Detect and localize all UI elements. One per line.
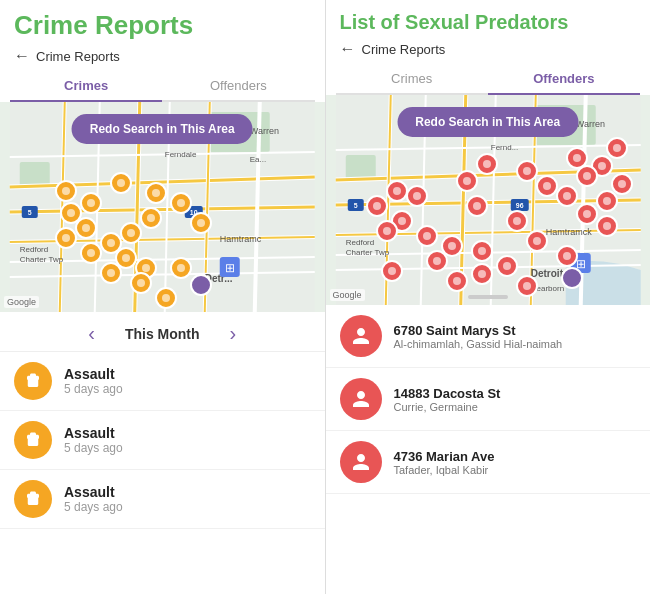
crime-info-0: Assault 5 days ago xyxy=(64,366,123,396)
offender-icon-0 xyxy=(340,315,382,357)
left-google-label: Google xyxy=(4,296,39,308)
left-app-title: Crime Reports xyxy=(0,0,325,45)
person-icon-2 xyxy=(351,452,371,472)
fist-icon-0 xyxy=(24,372,42,390)
left-redo-button[interactable]: Redo Search in This Area xyxy=(72,114,253,144)
offender-pin-16 xyxy=(386,180,408,202)
offender-pin-30 xyxy=(516,275,538,297)
svg-text:Ferndale: Ferndale xyxy=(165,150,197,159)
offender-pin-4 xyxy=(576,165,598,187)
right-special-pin xyxy=(561,267,583,289)
person-icon-0 xyxy=(351,326,371,346)
svg-text:Charter Twp: Charter Twp xyxy=(20,255,64,264)
prev-month-button[interactable]: ‹ xyxy=(88,322,95,345)
crime-item-2[interactable]: Assault 5 days ago xyxy=(0,470,325,529)
right-back-label[interactable]: Crime Reports xyxy=(362,42,446,57)
offender-pin-7 xyxy=(556,185,578,207)
offender-names-0: Al-chimamlah, Gassid Hial-naimah xyxy=(394,338,563,350)
crime-icon-0 xyxy=(14,362,52,400)
offender-pin-14 xyxy=(576,203,598,225)
month-nav: ‹ This Month › xyxy=(0,312,325,352)
right-map: 5 96 Southfield Royal Oak Warren Fernd..… xyxy=(326,95,651,305)
offender-icon-1 xyxy=(340,378,382,420)
crime-time-0: 5 days ago xyxy=(64,382,123,396)
svg-text:Fernd...: Fernd... xyxy=(490,143,518,152)
offender-pin-15 xyxy=(596,215,618,237)
offender-pin-6 xyxy=(516,160,538,182)
crime-info-2: Assault 5 days ago xyxy=(64,484,123,514)
crime-type-1: Assault xyxy=(64,425,123,441)
offender-names-1: Currie, Germaine xyxy=(394,401,501,413)
offender-pin-3 xyxy=(606,137,628,159)
offender-item-2[interactable]: 4736 Marian Ave Tafader, Iqbal Kabir xyxy=(326,431,651,494)
left-map: 5 10 Southfield Royal Oak Warren Ferndal… xyxy=(0,102,325,312)
right-back-row: ← Crime Reports xyxy=(326,38,651,64)
offender-pin-23 xyxy=(526,230,548,252)
crime-time-2: 5 days ago xyxy=(64,500,123,514)
offender-pin-26 xyxy=(471,263,493,285)
month-label: This Month xyxy=(125,326,200,342)
svg-rect-38 xyxy=(345,155,375,180)
offender-pin-28 xyxy=(381,260,403,282)
crime-item-1[interactable]: Assault 5 days ago xyxy=(0,411,325,470)
map-scroll-indicator xyxy=(468,295,508,299)
left-tab-offenders[interactable]: Offenders xyxy=(162,71,314,100)
svg-text:Hamtramc: Hamtramc xyxy=(220,234,262,244)
offender-pin-12 xyxy=(466,195,488,217)
offender-pin-5 xyxy=(536,175,558,197)
svg-text:5: 5 xyxy=(28,209,32,216)
crime-list: Assault 5 days ago Assault 5 days ago xyxy=(0,352,325,594)
right-tab-crimes[interactable]: Crimes xyxy=(336,64,488,93)
offender-pin-10 xyxy=(476,153,498,175)
next-month-button[interactable]: › xyxy=(230,322,237,345)
right-back-arrow[interactable]: ← xyxy=(340,40,356,58)
offender-pin-11 xyxy=(456,170,478,192)
offender-info-0: 6780 Saint Marys St Al-chimamlah, Gassid… xyxy=(394,323,563,350)
svg-text:Hamtramck: Hamtramck xyxy=(545,227,592,237)
offender-address-0: 6780 Saint Marys St xyxy=(394,323,563,338)
left-tabs: Crimes Offenders xyxy=(10,71,315,102)
offender-pin-27 xyxy=(426,250,448,272)
offender-pin-24 xyxy=(556,245,578,267)
offender-address-1: 14883 Dacosta St xyxy=(394,386,501,401)
right-tab-offenders[interactable]: Offenders xyxy=(488,64,640,93)
crime-type-2: Assault xyxy=(64,484,123,500)
right-redo-button[interactable]: Redo Search in This Area xyxy=(397,107,578,137)
crime-item-0[interactable]: Assault 5 days ago xyxy=(0,352,325,411)
crime-icon-1 xyxy=(14,421,52,459)
offender-info-1: 14883 Dacosta St Currie, Germaine xyxy=(394,386,501,413)
svg-text:Warren: Warren xyxy=(250,126,279,136)
offender-item-1[interactable]: 14883 Dacosta St Currie, Germaine xyxy=(326,368,651,431)
offender-pin-22 xyxy=(471,240,493,262)
svg-text:Redford: Redford xyxy=(20,245,48,254)
crime-type-0: Assault xyxy=(64,366,123,382)
offender-pin-9 xyxy=(611,173,633,195)
svg-text:Ea...: Ea... xyxy=(250,155,266,164)
crime-time-1: 5 days ago xyxy=(64,441,123,455)
svg-text:⊞: ⊞ xyxy=(225,261,235,275)
fist-icon-2 xyxy=(24,490,42,508)
offender-pin-8 xyxy=(596,190,618,212)
offender-list: 6780 Saint Marys St Al-chimamlah, Gassid… xyxy=(326,305,651,594)
offender-pin-17 xyxy=(366,195,388,217)
offender-pin-31 xyxy=(376,220,398,242)
right-tabs: Crimes Offenders xyxy=(336,64,641,95)
right-google-label: Google xyxy=(330,289,365,301)
offender-pin-18 xyxy=(406,185,428,207)
offender-item-0[interactable]: 6780 Saint Marys St Al-chimamlah, Gassid… xyxy=(326,305,651,368)
offender-info-2: 4736 Marian Ave Tafader, Iqbal Kabir xyxy=(394,449,495,476)
offender-icon-2 xyxy=(340,441,382,483)
left-back-label[interactable]: Crime Reports xyxy=(36,49,120,64)
svg-text:Redford: Redford xyxy=(345,238,373,247)
left-tab-crimes[interactable]: Crimes xyxy=(10,71,162,100)
svg-text:Detroit: Detroit xyxy=(530,268,563,279)
crime-icon-2 xyxy=(14,480,52,518)
right-panel: List of Sexual Predators ← Crime Reports… xyxy=(326,0,651,594)
offender-pin-25 xyxy=(496,255,518,277)
svg-text:96: 96 xyxy=(515,202,523,209)
right-app-title: List of Sexual Predators xyxy=(326,0,651,38)
offender-pin-29 xyxy=(446,270,468,292)
offender-address-2: 4736 Marian Ave xyxy=(394,449,495,464)
svg-rect-2 xyxy=(20,162,50,187)
left-back-arrow[interactable]: ← xyxy=(14,47,30,65)
